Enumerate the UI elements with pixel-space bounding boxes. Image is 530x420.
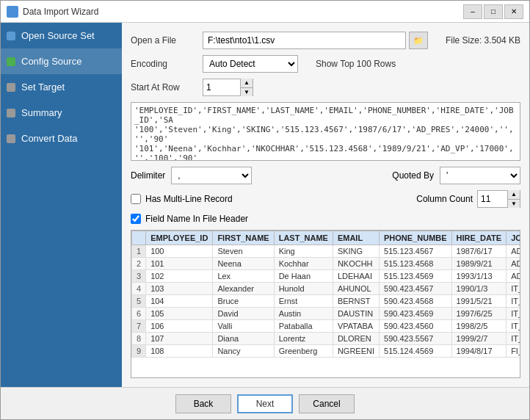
row-spinner: ▲ ▼: [240, 79, 253, 96]
sidebar-item-open-source-set[interactable]: Open Source Set: [1, 23, 122, 48]
cell-email: SKING: [333, 245, 379, 258]
cell-job_ii: IT_PR(: [507, 320, 520, 333]
column-decrement-button[interactable]: ▼: [508, 199, 520, 209]
encoding-row: Encoding Auto Detect Show Top 100 Rows: [131, 55, 520, 73]
cell-phone_numbe: 590.423.4560: [380, 320, 452, 333]
cell-num: 4: [132, 283, 146, 295]
column-count-group: Column Count ▲ ▼: [416, 190, 520, 208]
cell-hire_date: 1998/2/5: [451, 320, 507, 333]
delimiter-select[interactable]: ,: [171, 167, 252, 184]
cell-employee_id: 107: [146, 333, 213, 345]
close-button[interactable]: ✕: [504, 4, 523, 19]
cell-phone_numbe: 515.123.4569: [380, 270, 452, 283]
file-input-group: 📁: [203, 32, 428, 49]
encoding-select[interactable]: Auto Detect: [203, 55, 298, 73]
column-increment-button[interactable]: ▲: [508, 190, 520, 199]
cell-last_name: Pataballa: [274, 320, 333, 333]
data-table: EMPLOYEE_ID FIRST_NAME LAST_NAME EMAIL P…: [131, 231, 520, 358]
cell-last_name: Kochhar: [274, 258, 333, 270]
cell-num: 3: [132, 270, 146, 283]
col-job-id: JOB_II ▲: [507, 231, 520, 245]
sidebar-item-convert-data[interactable]: Convert Data: [1, 126, 122, 151]
cell-last_name: King: [274, 245, 333, 258]
multiline-checkbox-group: Has Multi-Line Record: [131, 194, 233, 204]
main-content: Open Source Set Config Source Set Target…: [1, 23, 529, 387]
browse-button[interactable]: 📁: [409, 32, 428, 49]
minimize-button[interactable]: –: [463, 4, 482, 19]
cell-first_name: Valli: [213, 320, 274, 333]
col-phone: PHONE_NUMBE: [380, 231, 452, 245]
cell-hire_date: 1987/6/17: [451, 245, 507, 258]
cell-num: 6: [132, 308, 146, 320]
cell-first_name: Bruce: [213, 295, 274, 308]
multiline-checkbox[interactable]: [131, 194, 141, 204]
next-button[interactable]: Next: [237, 394, 293, 413]
cancel-button[interactable]: Cancel: [299, 394, 355, 413]
sidebar-item-summary[interactable]: Summary: [1, 100, 122, 126]
encoding-label: Encoding: [131, 59, 197, 69]
table-row: 1100StevenKingSKING515.123.45671987/6/17…: [132, 245, 521, 258]
start-at-row-row: Start At Row ▲ ▼: [131, 79, 520, 96]
cell-job_ii: IT_PR(: [507, 333, 520, 345]
sidebar-item-config-source[interactable]: Config Source: [1, 48, 122, 74]
cell-employee_id: 106: [146, 320, 213, 333]
cell-last_name: Ernst: [274, 295, 333, 308]
start-at-row-label: Start At Row: [131, 82, 197, 93]
cell-job_ii: AD_VI: [507, 258, 520, 270]
show-top-label: Show Top 100 Rows: [316, 59, 396, 69]
sidebar: Open Source Set Config Source Set Target…: [1, 23, 122, 387]
cell-hire_date: 1999/2/7: [451, 333, 507, 345]
cell-first_name: Neena: [213, 258, 274, 270]
column-count-input[interactable]: [478, 192, 507, 206]
cell-first_name: Lex: [213, 270, 274, 283]
sidebar-label-config-source: Config Source: [21, 56, 81, 67]
open-file-row: Open a File 📁 File Size: 3.504 KB: [131, 32, 520, 49]
col-num: [132, 231, 146, 245]
cell-job_ii: IT_PR(: [507, 283, 520, 295]
row-decrement-button[interactable]: ▼: [241, 87, 253, 97]
cell-hire_date: 1989/9/21: [451, 258, 507, 270]
quoted-by-label: Quoted By: [392, 170, 434, 181]
cell-email: LDEHAAI: [333, 270, 379, 283]
cell-last_name: Hunold: [274, 283, 333, 295]
cell-last_name: Greenberg: [274, 345, 333, 358]
delimiter-row: Delimiter , Quoted By ': [131, 167, 520, 184]
quoted-by-select[interactable]: ': [440, 167, 520, 184]
cell-email: NKOCHH: [333, 258, 379, 270]
column-count-input-group: ▲ ▼: [477, 190, 520, 208]
cell-first_name: Steven: [213, 245, 274, 258]
fieldname-checkbox-group: Field Name In File Header: [131, 214, 520, 224]
cell-num: 8: [132, 333, 146, 345]
preview-textarea[interactable]: [131, 102, 520, 161]
table-row: 6105DavidAustinDAUSTIN590.423.45691997/6…: [132, 308, 521, 320]
start-at-row-input-group: ▲ ▼: [203, 79, 253, 96]
cell-first_name: Diana: [213, 333, 274, 345]
convert-data-indicator: [7, 134, 15, 143]
open-file-label: Open a File: [131, 35, 197, 46]
row-increment-button[interactable]: ▲: [241, 79, 253, 87]
maximize-button[interactable]: □: [484, 4, 503, 19]
start-at-row-input[interactable]: [203, 79, 240, 95]
cell-email: BERNST: [333, 295, 379, 308]
cell-job_ii: IT_PR(: [507, 295, 520, 308]
sidebar-item-set-target[interactable]: Set Target: [1, 74, 122, 100]
table-row: 5104BruceErnstBERNST590.423.45681991/5/2…: [132, 295, 521, 308]
cell-hire_date: 1993/1/13: [451, 270, 507, 283]
fieldname-checkbox[interactable]: [131, 214, 141, 224]
column-count-spinner: ▲ ▼: [507, 190, 520, 208]
file-path-input[interactable]: [203, 32, 406, 49]
app-window: Data Import Wizard – □ ✕ Open Source Set…: [0, 0, 530, 420]
back-button[interactable]: Back: [175, 394, 231, 413]
data-table-container[interactable]: EMPLOYEE_ID FIRST_NAME LAST_NAME EMAIL P…: [131, 230, 520, 378]
cell-first_name: David: [213, 308, 274, 320]
summary-indicator: [7, 109, 15, 117]
cell-hire_date: 1991/5/21: [451, 295, 507, 308]
quoted-by-group: Quoted By ': [392, 167, 520, 184]
cell-last_name: De Haan: [274, 270, 333, 283]
col-employee-id: EMPLOYEE_ID: [146, 231, 213, 245]
cell-job_ii: AD_VI: [507, 270, 520, 283]
col-last-name: LAST_NAME: [274, 231, 333, 245]
file-size-label: File Size: 3.504 KB: [446, 35, 520, 46]
delimiter-label: Delimiter: [131, 170, 165, 181]
cell-phone_numbe: 590.423.5567: [380, 333, 452, 345]
